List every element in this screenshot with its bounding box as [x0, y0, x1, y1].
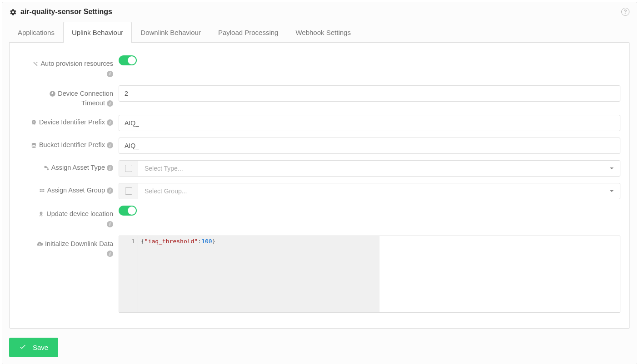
settings-panel: air-quality-sensor Settings ? Applicatio…	[2, 2, 637, 364]
update-location-label: Update device location i	[19, 206, 119, 229]
clock-icon	[49, 90, 56, 97]
asset-type-checkbox[interactable]	[119, 161, 138, 176]
tab-content: Auto provision resources i Device Connec…	[9, 42, 630, 329]
asset-group-checkbox[interactable]	[119, 183, 138, 199]
asset-group-select-wrap: Select Group...	[119, 183, 620, 199]
downlink-code-editor[interactable]: 1 {"iaq_threshold":100}	[119, 236, 620, 313]
device-prefix-label: Device Identifier Prefix i	[19, 115, 119, 131]
tab-payload-processing[interactable]: Payload Processing	[210, 22, 287, 43]
tab-applications[interactable]: Applications	[9, 22, 63, 43]
info-icon[interactable]: i	[107, 165, 113, 171]
shapes-icon	[43, 164, 50, 171]
info-icon[interactable]: i	[107, 251, 113, 257]
bucket-prefix-label: Bucket Identifier Prefix i	[19, 138, 119, 154]
info-icon[interactable]: i	[107, 142, 113, 148]
code-gutter: 1	[119, 236, 138, 312]
auto-provision-toggle[interactable]	[119, 55, 137, 65]
check-icon	[19, 343, 26, 352]
page-title: air-quality-sensor Settings	[20, 8, 112, 16]
help-icon[interactable]: ?	[621, 8, 629, 16]
tab-downlink-behaviour[interactable]: Downlink Behaviour	[132, 22, 210, 43]
magic-wand-icon	[32, 60, 39, 67]
info-icon[interactable]: i	[107, 100, 113, 107]
database-icon	[30, 141, 37, 148]
asset-type-select[interactable]: Select Type...	[138, 161, 620, 176]
save-button[interactable]: Save	[9, 338, 58, 357]
info-icon[interactable]: i	[107, 119, 113, 126]
downlink-data-label: Initialize Downlink Data i	[19, 236, 119, 313]
info-icon[interactable]: i	[107, 187, 113, 194]
update-location-toggle[interactable]	[119, 206, 137, 216]
gear-icon	[10, 8, 17, 15]
info-icon[interactable]: i	[107, 221, 113, 227]
tab-webhook-settings[interactable]: Webhook Settings	[287, 22, 359, 43]
map-pin-icon	[38, 210, 45, 217]
asset-type-select-wrap: Select Type...	[119, 160, 620, 177]
chevron-down-icon	[610, 167, 614, 169]
auto-provision-label: Auto provision resources i	[19, 55, 119, 79]
bucket-prefix-input[interactable]	[119, 138, 620, 154]
tab-uplink-behaviour[interactable]: Uplink Behaviour	[63, 22, 132, 43]
panel-header: air-quality-sensor Settings ?	[2, 2, 637, 21]
info-icon[interactable]: i	[107, 71, 113, 77]
asset-group-select[interactable]: Select Group...	[138, 183, 620, 199]
rocket-icon	[30, 118, 37, 126]
asset-type-label: Assign Asset Type i	[19, 160, 119, 177]
grid-icon	[39, 187, 45, 194]
tab-bar: Applications Uplink Behaviour Downlink B…	[9, 21, 630, 43]
cloud-download-icon	[36, 240, 43, 247]
device-prefix-input[interactable]	[119, 115, 620, 131]
connection-timeout-label: Device Connection Timeout i	[19, 85, 119, 109]
connection-timeout-input[interactable]	[119, 85, 620, 102]
asset-group-label: Assign Asset Group i	[19, 183, 119, 199]
chevron-down-icon	[610, 190, 614, 192]
